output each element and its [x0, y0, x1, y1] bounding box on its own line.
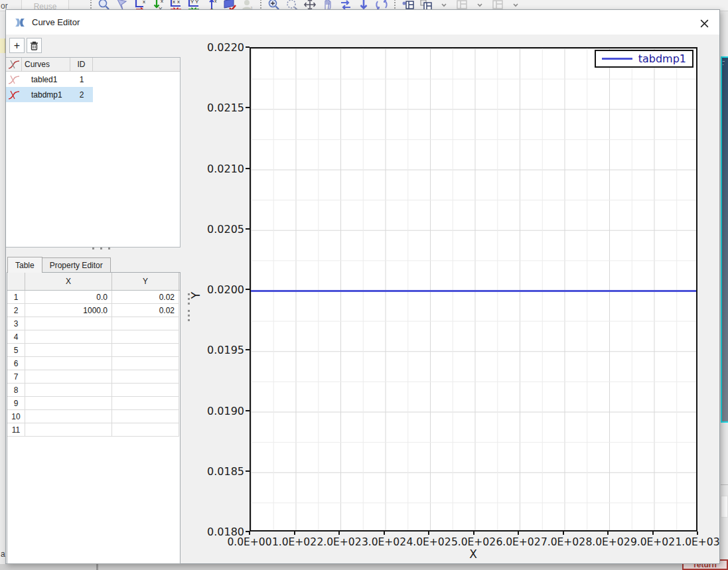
y-cell[interactable]: 0.02: [112, 304, 179, 317]
y-cell[interactable]: [112, 410, 179, 423]
y-tick-mark: [246, 349, 250, 350]
background-divider: [721, 484, 728, 485]
delete-curve-button[interactable]: [27, 38, 42, 53]
x-cell[interactable]: [25, 384, 112, 397]
x-tick-mark: [473, 532, 474, 535]
y-cell[interactable]: [112, 330, 179, 344]
y-column-header[interactable]: Y: [112, 273, 179, 290]
x-tick-label: 4.0E+02: [406, 536, 451, 548]
curve-editor-dialog: Curve Editor + Curves ID tabled11tabdmp1…: [5, 9, 720, 564]
vertical-splitter[interactable]: [188, 310, 190, 321]
x-axis-title: X: [469, 547, 477, 561]
x-tick-label: 0.0E+00: [227, 536, 271, 548]
curve-tabdmp1-line: [251, 290, 696, 292]
x-tick-label: 5.0E+02: [451, 536, 496, 548]
left-panel-tabs: TableProperty Editor: [7, 257, 111, 273]
background-splitter: [96, 564, 98, 570]
curve-row-tabled1[interactable]: tabled11: [6, 72, 93, 87]
y-tick-mark: [246, 46, 250, 48]
curve-row-tabdmp1[interactable]: tabdmp12: [6, 87, 93, 102]
curve-icon: [6, 75, 22, 84]
background-panel-fragment: [0, 38, 5, 53]
row-number: 8: [7, 384, 25, 397]
y-cell[interactable]: [112, 397, 179, 410]
background-panel-fragment: [721, 496, 728, 518]
x-cell[interactable]: [25, 344, 112, 357]
x-tick-mark: [384, 532, 385, 535]
x-cell[interactable]: 1000.0: [25, 304, 112, 317]
svg-text:Y: Y: [195, 0, 199, 5]
svg-text:x: x: [173, 0, 175, 5]
y-cell[interactable]: [112, 344, 179, 357]
x-tick-mark: [563, 532, 564, 535]
chart-plot-area: tabdmp1: [250, 47, 697, 532]
y-tick-label: 0.0210: [198, 162, 244, 175]
table-row: 4: [7, 330, 180, 344]
y-tick-mark: [246, 289, 250, 290]
table-row: 3: [7, 317, 180, 330]
svg-text:x: x: [143, 0, 145, 5]
table-row: 7: [7, 370, 180, 384]
y-tick-label: 0.0195: [198, 344, 244, 356]
table-row: 9: [7, 397, 180, 410]
x-tick-mark: [518, 532, 519, 535]
y-cell[interactable]: [112, 384, 179, 397]
curves-column-header[interactable]: Curves: [22, 58, 70, 71]
close-icon[interactable]: [697, 16, 711, 31]
y-tick-mark: [246, 410, 250, 411]
dialog-titlebar[interactable]: Curve Editor: [6, 10, 719, 35]
x-tick-mark: [338, 532, 340, 535]
tab-property-editor[interactable]: Property Editor: [42, 257, 111, 273]
y-tick-label: 0.0185: [198, 464, 244, 477]
table-row: 8: [7, 384, 180, 397]
y-cell[interactable]: 0.02: [112, 291, 179, 304]
x-cell[interactable]: [25, 317, 112, 330]
y-cell[interactable]: [112, 423, 179, 437]
x-cell[interactable]: [25, 410, 112, 423]
y-cell[interactable]: [112, 317, 179, 330]
horizontal-splitter[interactable]: [86, 248, 115, 251]
add-curve-button[interactable]: +: [9, 38, 25, 53]
y-tick-label: 0.0220: [198, 41, 244, 54]
x-cell[interactable]: [25, 397, 112, 410]
curve-name: tabdmp1: [22, 90, 70, 100]
x-cell[interactable]: [25, 357, 112, 370]
row-number: 10: [7, 410, 25, 423]
y-cell[interactable]: [112, 370, 179, 384]
chart-legend: tabdmp1: [595, 50, 693, 68]
background-text-fragment: a: [1, 549, 5, 559]
background-side-panel: ▪▪▪: [721, 56, 728, 423]
x-cell[interactable]: 0.0: [25, 291, 112, 304]
x-cell[interactable]: [25, 330, 112, 344]
x-tick-mark: [428, 532, 429, 535]
row-number: 6: [7, 357, 25, 370]
x-tick-label: 8.0E+02: [585, 536, 630, 548]
svg-text:x: x: [161, 0, 163, 4]
id-column-header[interactable]: ID: [70, 58, 93, 71]
legend-line-sample: [602, 58, 632, 60]
table-row: 6: [7, 357, 180, 370]
curve-icon: [6, 58, 22, 71]
table-row: 10.00.02: [7, 291, 180, 304]
x-tick-label: 9.0E+02: [630, 536, 675, 548]
curves-list-header: Curves ID: [6, 58, 180, 72]
y-cell[interactable]: [112, 357, 179, 370]
x-tick-mark: [249, 532, 250, 535]
row-number-header: [7, 273, 25, 290]
curve-name: tabled1: [22, 75, 70, 84]
curve-icon: [6, 90, 22, 100]
table-row: 21000.00.02: [7, 304, 180, 317]
x-column-header[interactable]: X: [25, 273, 112, 290]
tab-table[interactable]: Table: [7, 257, 42, 273]
x-tick-label: 3.0E+02: [362, 536, 406, 548]
points-table-header: X Y: [7, 273, 180, 291]
y-tick-label: 0.0205: [198, 222, 244, 235]
x-cell[interactable]: [25, 370, 112, 384]
legend-label: tabdmp1: [638, 52, 686, 65]
x-tick-mark: [697, 532, 698, 535]
table-row: 5: [7, 344, 180, 357]
curves-toolbar: +: [9, 38, 42, 53]
row-number: 5: [7, 344, 25, 357]
x-cell[interactable]: [25, 423, 112, 437]
y-tick-label: 0.0215: [198, 102, 244, 114]
